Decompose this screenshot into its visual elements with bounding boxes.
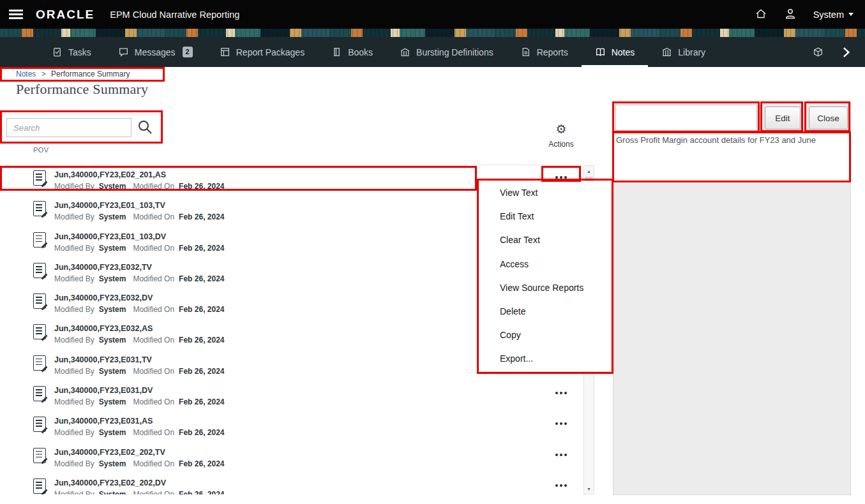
modified-by-label: Modified By: [54, 367, 94, 376]
note-icon: [33, 201, 46, 216]
messages-icon: [118, 47, 129, 57]
person-icon: [784, 8, 797, 19]
modified-on-label: Modified On: [133, 336, 174, 345]
close-button[interactable]: Close: [809, 107, 848, 130]
note-list-item[interactable]: Jun,340000,FY23,E031,DV Modified BySyste…: [0, 383, 582, 414]
modified-on-label: Modified On: [133, 397, 174, 406]
tab-notes[interactable]: Notes: [582, 37, 649, 67]
modified-by-label: Modified By: [54, 182, 94, 191]
modified-by-value: System: [99, 459, 126, 468]
modified-by-value: System: [99, 305, 126, 314]
note-list-item[interactable]: Jun,340000,FY23,E02_202,DV Modified BySy…: [0, 476, 582, 494]
modified-on-label: Modified On: [133, 182, 174, 191]
gear-icon: ⚙: [545, 122, 577, 137]
modified-by-label: Modified By: [54, 244, 94, 253]
row-actions-menu-button[interactable]: [552, 174, 571, 181]
modified-by-value: System: [99, 367, 126, 376]
system-user-menu[interactable]: System: [813, 10, 854, 20]
note-title: Jun,340000,FY23,E01_103,TV: [54, 201, 232, 210]
note-body-text: Gross Profit Margin account details for …: [613, 133, 850, 183]
modified-by-value: System: [99, 244, 126, 253]
note-name-input[interactable]: [615, 105, 757, 131]
modified-on-value: Feb 26, 2024: [179, 244, 224, 253]
tab-label: Bursting Definitions: [416, 47, 493, 57]
row-actions-menu-button[interactable]: [552, 482, 571, 489]
breadcrumb-separator: >: [41, 70, 46, 78]
modified-by-label: Modified By: [54, 397, 94, 406]
home-icon: [755, 8, 767, 19]
modified-on-label: Modified On: [133, 490, 174, 494]
actions-label: Actions: [545, 140, 577, 149]
reports-icon: [520, 47, 531, 57]
menu-item-access[interactable]: Access: [479, 253, 611, 276]
modified-on-label: Modified On: [133, 244, 174, 253]
package-icon: [813, 47, 824, 57]
modified-on-value: Feb 26, 2024: [179, 212, 224, 221]
tab-library[interactable]: Library: [648, 37, 719, 67]
breadcrumb-link-notes[interactable]: Notes: [16, 70, 36, 78]
menu-item-edit-text[interactable]: Edit Text: [479, 205, 611, 228]
tab-bursting-definitions[interactable]: Bursting Definitions: [386, 37, 507, 67]
scroll-down-button[interactable]: ▼: [584, 484, 594, 494]
tab-books[interactable]: Books: [318, 37, 386, 67]
note-list-item[interactable]: Jun,340000,FY23,E02_202,TV Modified BySy…: [0, 445, 582, 476]
note-title: Jun,340000,FY23,E01_103,DV: [54, 232, 232, 241]
menu-item-clear-text[interactable]: Clear Text: [479, 228, 611, 252]
note-title: Jun,340000,FY23,E031,DV: [54, 386, 232, 395]
breadcrumb-current: Performance Summary: [51, 70, 130, 78]
tab-label: Messages: [135, 47, 176, 57]
search-icon: [137, 119, 153, 135]
menu-item-view-text[interactable]: View Text: [479, 181, 611, 205]
menu-item-export[interactable]: Export...: [479, 347, 611, 371]
note-title: Jun,340000,FY23,E02_202,DV: [54, 478, 232, 487]
messages-count-badge: 2: [183, 47, 193, 57]
modified-by-value: System: [99, 182, 126, 191]
note-icon: [33, 324, 46, 339]
user-button[interactable]: [784, 8, 797, 22]
note-title: Jun,340000,FY23,E032,TV: [54, 263, 232, 272]
modified-by-label: Modified By: [54, 459, 94, 468]
tab-reports[interactable]: Reports: [507, 37, 582, 67]
note-icon: [33, 232, 46, 248]
menu-item-delete[interactable]: Delete: [479, 300, 611, 323]
tab-tasks[interactable]: Tasks: [38, 37, 105, 67]
app-title: EPM Cloud Narrative Reporting: [110, 10, 239, 20]
note-icon: [33, 355, 46, 371]
edit-button[interactable]: Edit: [765, 107, 801, 130]
pov-column-header: POV: [33, 146, 49, 154]
note-icon: [33, 170, 46, 186]
tab-label: Tasks: [68, 47, 91, 57]
row-actions-menu-button[interactable]: [552, 390, 571, 396]
note-title: Jun,340000,FY23,E032,AS: [54, 324, 232, 333]
nav-right: [804, 37, 860, 67]
home-button[interactable]: [755, 8, 767, 22]
note-icon: [33, 293, 46, 309]
nav-expand-button[interactable]: [832, 37, 860, 67]
hamburger-menu-button[interactable]: [9, 10, 23, 19]
actions-menu-button[interactable]: ⚙ Actions: [545, 122, 577, 149]
note-list-item[interactable]: Jun,340000,FY23,E031,AS Modified BySyste…: [0, 414, 582, 445]
scroll-up-button[interactable]: ▲: [584, 166, 594, 176]
note-title: Jun,340000,FY23,E031,TV: [54, 355, 232, 364]
books-icon: [331, 47, 342, 57]
modified-on-value: Feb 26, 2024: [179, 459, 224, 468]
row-actions-menu-button[interactable]: [552, 420, 571, 427]
note-icon: [33, 386, 46, 401]
modified-by-label: Modified By: [54, 490, 94, 494]
topbar-actions: System: [755, 8, 854, 22]
page-title: Performance Summary: [16, 81, 148, 98]
caret-down-icon: [848, 13, 854, 16]
menu-item-view-source-reports[interactable]: View Source Reports: [479, 276, 611, 300]
menu-item-copy[interactable]: Copy: [479, 323, 611, 347]
search-button[interactable]: [136, 119, 154, 137]
tab-label: Notes: [612, 47, 635, 57]
modified-by-value: System: [99, 212, 126, 221]
modified-by-label: Modified By: [54, 428, 94, 437]
tab-messages[interactable]: Messages 2: [105, 37, 206, 67]
tab-report-packages[interactable]: Report Packages: [206, 37, 318, 67]
modified-on-label: Modified On: [133, 367, 174, 376]
tab-packages-overflow[interactable]: [804, 37, 832, 67]
search-input[interactable]: [6, 118, 132, 137]
main-nav: Tasks Messages 2 Report Packages Books B…: [0, 37, 865, 67]
row-actions-menu-button[interactable]: [552, 452, 571, 458]
